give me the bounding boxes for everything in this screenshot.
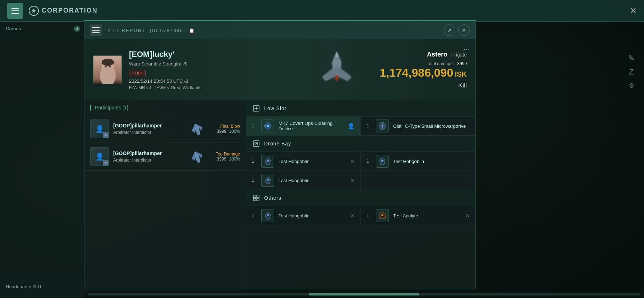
total-damage-label: Total damage: [427, 61, 454, 66]
corp-dot-2 [105, 162, 107, 164]
hq-label: Headquarter S-U [6, 284, 80, 289]
eq-name-drone-3: Test Hobgoblin [393, 159, 470, 164]
corp-logo: ★ CORPORATION [29, 6, 98, 16]
isk-label: ISK [455, 70, 467, 78]
close-kill-report-button[interactable]: ✕ [458, 24, 470, 36]
eq-row-mwd[interactable]: 1 Gistii C-Type Small Microwarpdrive [361, 117, 475, 135]
kr-menu-button[interactable] [90, 24, 102, 36]
eq-destroy-icon-drone-2: ✕ [350, 177, 355, 184]
eq-qty-mwd: 1 [367, 123, 372, 128]
scrollbar-track[interactable] [88, 293, 640, 295]
participant-info-1: [GOOP]pillarhamper Arbitrator Interdicto… [113, 123, 180, 135]
eq-name-drone-2: Test Hobgoblin [279, 178, 346, 183]
export-icon: ↗ [447, 27, 452, 33]
copy-icon: 📋 [189, 28, 195, 33]
participant-item-1[interactable]: 👤 [GOOP]pillarhamper Arbitrator Interdic… [84, 115, 246, 143]
eq-icon-mwd [376, 119, 389, 132]
damage-pct-2: 100% [229, 157, 240, 162]
sidebar-corp-item[interactable]: 4 Corpora [0, 22, 86, 36]
participant-stats-2: Top Damage 3999 100% [214, 152, 240, 162]
eq-row-drone-3[interactable]: 1 Test Hobgoblin [361, 152, 475, 171]
svg-point-29 [256, 143, 257, 144]
drone-bay-header: Drone Bay [246, 136, 475, 152]
isk-section: 1,174,986,090 ISK [380, 66, 467, 80]
damage-pct-1: 100% [229, 129, 240, 134]
victim-name: [EOM]lucky' [129, 50, 294, 59]
sidebar-corp-label: Corpora [6, 26, 23, 31]
right-edit-button-2[interactable]: Z [626, 67, 637, 77]
victim-datetime: 2022/02/14 23:54:53 UTC -3 [129, 78, 294, 84]
eq-name-drone-1: Test Hobgoblin [279, 159, 346, 164]
victim-location: F7A-MR < L-TEVM < Great Wildlands. [129, 85, 294, 90]
low-slot-icon [252, 104, 261, 113]
victim-warp-scramble: Warp Scramble Strength: -5 [129, 61, 294, 67]
eq-icon-other-1 [261, 209, 274, 222]
eq-icon-other-2 [376, 209, 389, 222]
eq-icon-cloaking [261, 119, 274, 132]
right-extra-panel: ✎ Z ⚙ [626, 53, 637, 91]
hamburger-menu-button[interactable] [7, 3, 23, 19]
damage-stats-1: 3999 100% [214, 129, 240, 134]
eq-name-other-1: Test Hobgoblin [279, 213, 346, 218]
participant-item-2[interactable]: 👤 [GOOP]pillarhamper Arbitrator Interdic… [84, 143, 246, 171]
eq-row-drone-1[interactable]: 1 Test Hobgoblin ✕ [246, 152, 361, 171]
corp-badge-2 [103, 160, 109, 166]
dots-menu-button[interactable]: ··· [464, 45, 470, 53]
svg-rect-39 [253, 195, 256, 198]
drone-bay-name: Drone Bay [264, 141, 291, 146]
svg-rect-5 [102, 61, 114, 64]
right-edit-button-1[interactable]: ✎ [626, 53, 637, 64]
eq-row-drone-2[interactable]: 1 Test Hobgoblin ✕ [246, 171, 361, 190]
kill-badge-label: ! Kill [135, 71, 142, 75]
eq-destroy-icon-other-2: ✕ [465, 212, 470, 219]
eq-icon-drone-1 [261, 155, 274, 168]
top-damage-label: Top Damage [214, 152, 240, 157]
participant-weapon-1 [184, 122, 210, 136]
others-header: Others [246, 190, 475, 206]
others-name: Others [264, 195, 281, 201]
participant-ship-1: Arbitrator Interdictor [113, 130, 180, 135]
corp-dot-1 [105, 134, 107, 136]
isk-value: 1,174,986,090 [380, 66, 454, 79]
ship-image [304, 48, 369, 91]
damage-stats-2: 3999 100% [214, 157, 240, 162]
participant-stats-1: Final Blow 3999 100% [214, 124, 240, 134]
total-damage-value: 3999 [457, 61, 467, 66]
eq-qty-drone-1: 1 [252, 159, 257, 164]
victim-kill-badge: ! ! Kill [129, 70, 146, 76]
low-slot-name: Low Slot [264, 105, 286, 111]
victim-avatar [93, 55, 122, 84]
damage-amount-2: 3999 [217, 157, 226, 162]
eq-row-cloaking[interactable]: 1 MK7 Covert Ops Cloaking Device 👤 [246, 117, 361, 135]
svg-rect-42 [257, 198, 259, 201]
scrollbar-area[interactable] [84, 291, 644, 298]
eq-row-other-1[interactable]: 1 Test Hobgoblin ✕ [246, 206, 361, 225]
right-settings-button[interactable]: ⚙ [626, 80, 637, 91]
victim-ship-stats: Astero Frigate Total damage: 3999 1,174,… [380, 51, 467, 89]
eq-name-cloaking: MK7 Covert Ops Cloaking Device [279, 121, 343, 131]
drone-bay-items-row2: 1 Test Hobgoblin ✕ [246, 171, 475, 190]
corp-badge-1 [103, 132, 109, 138]
others-section: Others 1 Test Hobgoblin [246, 190, 475, 225]
eq-qty-other-1: 1 [252, 213, 257, 218]
eq-row-other-2[interactable]: 1 Test Acolyte ✕ [361, 206, 475, 225]
export-button[interactable]: ↗ [444, 24, 455, 36]
drone-bay-items: 1 Test Hobgoblin ✕ 1 [246, 152, 475, 171]
kill-report-panel: KILL REPORT [ID:6784390] 📋 ↗ ✕ [84, 20, 476, 289]
participant-name-2: [GOOP]pillarhamper [113, 150, 180, 156]
eq-qty-cloaking: 1 [252, 123, 257, 128]
others-icon [252, 194, 261, 202]
svg-point-24 [267, 125, 269, 127]
eq-qty-drone-3: 1 [367, 159, 372, 164]
app-close-button[interactable]: ✕ [630, 6, 637, 16]
scrollbar-thumb[interactable] [309, 293, 419, 295]
corp-footer: Headquarter S-U [0, 278, 86, 298]
svg-point-45 [267, 214, 269, 216]
equipment-panel: Low Slot 1 MK7 Covert Ops Cl [246, 100, 475, 289]
svg-point-11 [335, 75, 339, 81]
damage-amount-1: 3999 [217, 129, 226, 134]
svg-point-7 [109, 66, 111, 68]
kr-action-buttons: ↗ ✕ [444, 24, 470, 36]
hamburger-icon [12, 8, 19, 14]
person-icon-cloaking: 👤 [348, 123, 355, 130]
